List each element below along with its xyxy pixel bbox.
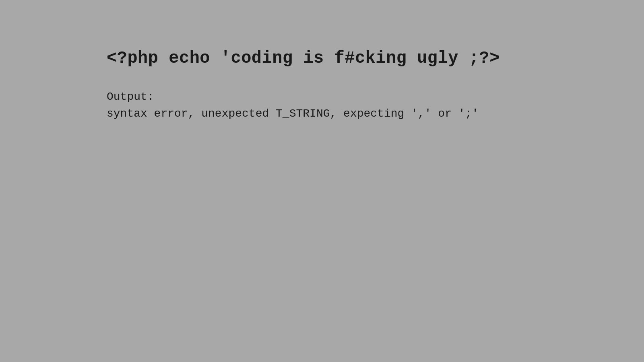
- code-line: <?php echo 'coding is f#cking ugly ;?>: [107, 48, 500, 68]
- output-label: Output:: [107, 88, 500, 105]
- output-section: Output: syntax error, unexpected T_STRIN…: [107, 88, 500, 122]
- output-message: syntax error, unexpected T_STRING, expec…: [107, 105, 500, 122]
- content-area: <?php echo 'coding is f#cking ugly ;?> O…: [107, 48, 500, 122]
